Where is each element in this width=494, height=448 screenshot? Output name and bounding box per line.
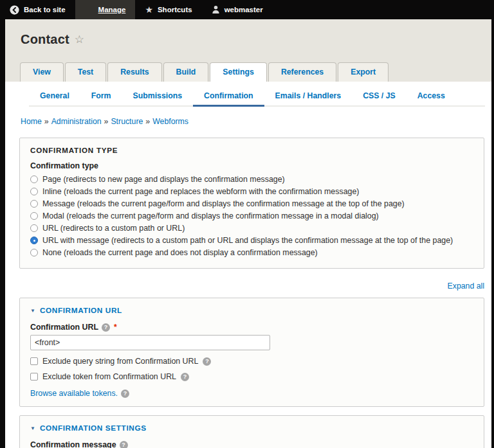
confirmation-url-input[interactable]: [30, 335, 270, 350]
main-content: CONFIRMATION TYPE Confirmation type Page…: [5, 138, 491, 448]
breadcrumb-separator: »: [44, 117, 49, 126]
radio-icon[interactable]: [30, 224, 38, 232]
help-icon[interactable]: ?: [120, 441, 128, 448]
radio-option-modal[interactable]: Modal (reloads the current page/form and…: [30, 211, 473, 221]
exclude-token-checkbox-row[interactable]: Exclude token from Confirmation URL ?: [30, 372, 473, 381]
shortcuts-button[interactable]: ★ Shortcuts: [135, 0, 201, 19]
tab-references[interactable]: References: [268, 62, 336, 82]
radio-icon[interactable]: [30, 212, 38, 220]
back-to-site-label: Back to site: [24, 6, 66, 13]
breadcrumb: Home»Administration»Structure»Webforms: [21, 117, 476, 126]
user-menu-button[interactable]: webmaster: [202, 0, 273, 19]
confirmation-type-label: Confirmation type: [30, 161, 473, 170]
tab-settings[interactable]: Settings: [210, 62, 267, 82]
page-title: Contact: [21, 32, 69, 47]
exclude-query-checkbox-row[interactable]: Exclude query string from Confirmation U…: [30, 357, 473, 366]
required-marker: *: [114, 323, 117, 332]
browse-tokens-link[interactable]: Browse available tokens.: [30, 389, 118, 398]
help-icon[interactable]: ?: [181, 373, 189, 381]
tab-view[interactable]: View: [20, 62, 64, 82]
subtab-confirmation[interactable]: Confirmation: [193, 87, 264, 107]
back-icon: [10, 5, 19, 15]
confirmation-url-summary[interactable]: ▼ CONFIRMATION URL: [30, 306, 473, 315]
radio-option-none[interactable]: None (reloads the current page and does …: [30, 247, 473, 258]
subtab-general[interactable]: General: [29, 87, 80, 107]
tab-export[interactable]: Export: [338, 62, 389, 82]
radio-icon-selected[interactable]: [30, 237, 38, 244]
breadcrumb-structure[interactable]: Structure: [111, 117, 143, 126]
page-container: Contact ☆ View Test Results Build Settin…: [5, 19, 491, 448]
subtab-emails-handlers[interactable]: Emails / Handlers: [264, 87, 352, 107]
breadcrumb-home[interactable]: Home: [21, 117, 42, 126]
subtab-access[interactable]: Access: [407, 87, 456, 107]
breadcrumb-separator: »: [145, 117, 150, 126]
confirmation-type-legend: CONFIRMATION TYPE: [30, 146, 473, 154]
primary-tabs: View Test Results Build Settings Referen…: [20, 62, 390, 82]
help-icon[interactable]: ?: [203, 357, 211, 366]
confirmation-type-fieldset: CONFIRMATION TYPE Confirmation type Page…: [19, 138, 484, 269]
radio-option-page[interactable]: Page (redirects to new page and displays…: [30, 174, 473, 184]
help-icon[interactable]: ?: [102, 323, 110, 332]
admin-toolbar: Back to site Manage ★ Shortcuts webmaste…: [0, 0, 494, 19]
help-icon[interactable]: ?: [121, 390, 129, 398]
breadcrumb-webforms[interactable]: Webforms: [152, 117, 188, 126]
caret-down-icon: ▼: [30, 426, 35, 431]
confirmation-message-label: Confirmation message: [30, 440, 116, 448]
expand-all-link[interactable]: Expand all: [448, 282, 484, 291]
tab-results[interactable]: Results: [107, 62, 161, 82]
tab-build[interactable]: Build: [163, 62, 209, 82]
hamburger-icon: [85, 6, 94, 13]
breadcrumb-administration[interactable]: Administration: [51, 117, 102, 126]
star-icon: ★: [145, 5, 153, 14]
subtab-form[interactable]: Form: [80, 87, 122, 107]
user-icon: [212, 5, 220, 14]
radio-icon[interactable]: [30, 175, 38, 183]
subtab-submissions[interactable]: Submissions: [122, 87, 194, 107]
manage-menu-button[interactable]: Manage: [75, 0, 136, 19]
manage-label: Manage: [98, 6, 126, 13]
secondary-tabs: General Form Submissions Confirmation Em…: [29, 87, 485, 107]
radio-option-url-with-message[interactable]: URL with message (redirects to a custom …: [30, 235, 473, 246]
radio-option-url[interactable]: URL (redirects to a custom path or URL): [30, 223, 473, 233]
confirmation-settings-summary[interactable]: ▼ CONFIRMATION SETTINGS: [30, 424, 473, 433]
favorite-star-icon[interactable]: ☆: [75, 33, 84, 46]
caret-down-icon: ▼: [30, 308, 35, 314]
checkbox-icon[interactable]: [30, 357, 38, 365]
back-to-site-button[interactable]: Back to site: [0, 0, 75, 19]
radio-option-inline[interactable]: Inline (reloads the current page and rep…: [30, 186, 473, 197]
confirmation-url-section: ▼ CONFIRMATION URL Confirmation URL ? * …: [19, 298, 484, 407]
radio-icon[interactable]: [30, 249, 38, 256]
radio-icon[interactable]: [30, 200, 38, 208]
subtab-css-js[interactable]: CSS / JS: [352, 87, 407, 107]
confirmation-settings-section: ▼ CONFIRMATION SETTINGS Confirmation mes…: [19, 415, 484, 448]
page-header: Contact ☆ View Test Results Build Settin…: [5, 19, 491, 82]
radio-icon[interactable]: [30, 188, 38, 195]
tab-test[interactable]: Test: [65, 62, 106, 82]
shortcuts-label: Shortcuts: [158, 6, 192, 13]
checkbox-icon[interactable]: [30, 373, 38, 381]
confirmation-url-label: Confirmation URL: [30, 323, 98, 332]
radio-option-message[interactable]: Message (reloads the current page/form a…: [30, 199, 473, 209]
user-label: webmaster: [224, 6, 263, 13]
breadcrumb-separator: »: [104, 117, 109, 126]
